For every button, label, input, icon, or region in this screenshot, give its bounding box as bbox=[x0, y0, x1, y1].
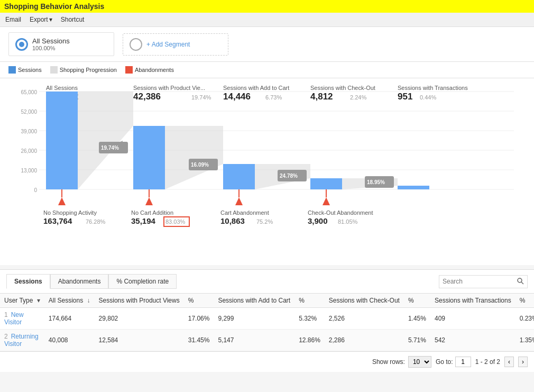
table-section: Sessions Abandonments % Completion rate … bbox=[0, 269, 534, 372]
show-rows-label: Show rows: bbox=[372, 358, 405, 366]
next-page-button[interactable]: › bbox=[518, 357, 528, 367]
goto-section: Go to: bbox=[436, 357, 471, 367]
sort-icon: ▾ bbox=[37, 297, 40, 304]
svg-text:No Cart Addition: No Cart Addition bbox=[131, 209, 173, 216]
svg-text:42,386: 42,386 bbox=[133, 92, 161, 102]
svg-text:76.28%: 76.28% bbox=[86, 218, 106, 225]
shopping-legend-box bbox=[50, 66, 58, 74]
show-rows: Show rows: 10 25 50 bbox=[372, 356, 431, 368]
segment-circle bbox=[15, 38, 28, 51]
svg-text:65,000: 65,000 bbox=[21, 89, 37, 95]
svg-text:3,900: 3,900 bbox=[308, 216, 328, 225]
svg-text:951: 951 bbox=[398, 92, 412, 102]
cell-atc-pct: 5.32% bbox=[294, 308, 325, 330]
svg-text:2.24%: 2.24% bbox=[350, 94, 366, 101]
segment-name: All Sessions bbox=[32, 37, 70, 45]
tab-sessions[interactable]: Sessions bbox=[6, 274, 50, 289]
shopping-legend-label: Shopping Progression bbox=[60, 67, 117, 73]
th-pv-pct: % bbox=[184, 294, 214, 308]
svg-text:83.03%: 83.03% bbox=[165, 218, 186, 225]
search-input[interactable] bbox=[443, 278, 517, 285]
th-user-type[interactable]: User Type ▾ bbox=[0, 294, 44, 308]
svg-text:75.2%: 75.2% bbox=[256, 218, 273, 225]
cell-user-type: 2Returning Visitor bbox=[0, 330, 44, 351]
th-product-views: Sessions with Product Views bbox=[95, 294, 184, 308]
svg-rect-42 bbox=[398, 186, 429, 189]
goto-label: Go to: bbox=[436, 358, 453, 366]
page-range: 1 - 2 of 2 bbox=[475, 358, 500, 366]
svg-text:All Sessions: All Sessions bbox=[46, 85, 78, 91]
chart-section: 65,000 52,000 39,000 26,000 13,000 0 All… bbox=[0, 78, 534, 265]
cell-transactions: 409 bbox=[430, 308, 515, 330]
cell-checkout: 2,526 bbox=[325, 308, 404, 330]
data-table: User Type ▾ All Sessions ↓ Sessions with… bbox=[0, 294, 534, 351]
cell-all-sessions: 174,664 bbox=[44, 308, 95, 330]
th-transactions: Sessions with Transactions bbox=[430, 294, 515, 308]
svg-rect-35 bbox=[310, 178, 342, 189]
export-button[interactable]: Export ▾ bbox=[30, 16, 52, 23]
svg-text:13,000: 13,000 bbox=[21, 168, 37, 174]
svg-marker-47 bbox=[145, 197, 153, 205]
svg-text:81.05%: 81.05% bbox=[338, 218, 358, 225]
svg-text:Check-Out Abandonment: Check-Out Abandonment bbox=[308, 209, 373, 216]
svg-text:Sessions with Product Vie...: Sessions with Product Vie... bbox=[133, 85, 205, 91]
search-icon bbox=[517, 277, 524, 285]
search-button[interactable] bbox=[517, 277, 524, 286]
add-segment-label: + Add Segment bbox=[146, 41, 190, 48]
cell-co-pct: 5.71% bbox=[404, 330, 430, 351]
svg-text:Sessions with Check-Out: Sessions with Check-Out bbox=[310, 85, 375, 91]
cell-pv-pct: 17.06% bbox=[184, 308, 214, 330]
svg-marker-49 bbox=[235, 197, 243, 205]
sort-icon-sessions: ↓ bbox=[87, 297, 90, 304]
prev-page-button[interactable]: ‹ bbox=[504, 357, 514, 367]
svg-text:14,446: 14,446 bbox=[223, 92, 251, 102]
svg-text:26,000: 26,000 bbox=[21, 148, 37, 154]
rows-select[interactable]: 10 25 50 bbox=[408, 356, 431, 368]
legend-abandonments: Abandonments bbox=[125, 66, 174, 74]
cell-product-views: 29,802 bbox=[95, 308, 184, 330]
user-type-link[interactable]: Returning Visitor bbox=[4, 333, 39, 348]
svg-text:39,000: 39,000 bbox=[21, 129, 37, 134]
cell-add-to-cart: 5,147 bbox=[214, 330, 294, 351]
svg-rect-28 bbox=[223, 164, 255, 189]
th-checkout: Sessions with Check-Out bbox=[325, 294, 404, 308]
svg-text:19.74%: 19.74% bbox=[101, 145, 119, 151]
tab-completion[interactable]: % Completion rate bbox=[108, 274, 177, 289]
svg-point-66 bbox=[518, 278, 522, 282]
th-t-pct: % bbox=[515, 294, 534, 308]
svg-text:16.09%: 16.09% bbox=[191, 162, 209, 168]
svg-marker-51 bbox=[323, 197, 330, 205]
cell-user-type: 1New Visitor bbox=[0, 308, 44, 330]
svg-text:4,812: 4,812 bbox=[310, 92, 333, 102]
cell-add-to-cart: 9,299 bbox=[214, 308, 294, 330]
sessions-legend-box bbox=[8, 66, 16, 74]
segment-all-sessions[interactable]: All Sessions 100.00% bbox=[8, 32, 114, 56]
th-add-to-cart: Sessions with Add to Cart bbox=[214, 294, 294, 308]
cell-product-views: 12,584 bbox=[95, 330, 184, 351]
abandon-legend-label: Abandonments bbox=[135, 67, 174, 73]
sessions-legend-label: Sessions bbox=[18, 67, 42, 73]
cell-atc-pct: 12.86% bbox=[294, 330, 325, 351]
svg-text:10,863: 10,863 bbox=[220, 216, 245, 225]
th-all-sessions[interactable]: All Sessions ↓ bbox=[44, 294, 95, 308]
svg-text:Sessions with Transactions: Sessions with Transactions bbox=[398, 85, 468, 91]
add-segment-button[interactable]: + Add Segment bbox=[123, 33, 228, 56]
abandon-legend-box bbox=[125, 66, 133, 74]
cell-all-sessions: 40,008 bbox=[44, 330, 95, 351]
email-button[interactable]: Email bbox=[5, 16, 21, 23]
tab-abandonments[interactable]: Abandonments bbox=[50, 274, 109, 289]
funnel-chart: 65,000 52,000 39,000 26,000 13,000 0 All… bbox=[17, 84, 524, 263]
tab-group: Sessions Abandonments % Completion rate bbox=[6, 274, 177, 289]
cell-t-pct: 0.23% bbox=[515, 308, 534, 330]
svg-text:24.78%: 24.78% bbox=[280, 173, 298, 179]
svg-text:6.73%: 6.73% bbox=[265, 94, 282, 101]
shortcut-button[interactable]: Shortcut bbox=[61, 16, 85, 23]
svg-text:Sessions with Add to Cart: Sessions with Add to Cart bbox=[223, 85, 289, 91]
svg-marker-18 bbox=[78, 92, 133, 189]
goto-input[interactable] bbox=[455, 357, 471, 367]
svg-text:52,000: 52,000 bbox=[21, 109, 37, 115]
add-segment-circle bbox=[130, 38, 142, 51]
table-row: 2Returning Visitor 40,008 12,584 31.45% … bbox=[0, 330, 534, 351]
svg-text:35,194: 35,194 bbox=[131, 216, 156, 225]
cell-t-pct: 1.35% bbox=[515, 330, 534, 351]
